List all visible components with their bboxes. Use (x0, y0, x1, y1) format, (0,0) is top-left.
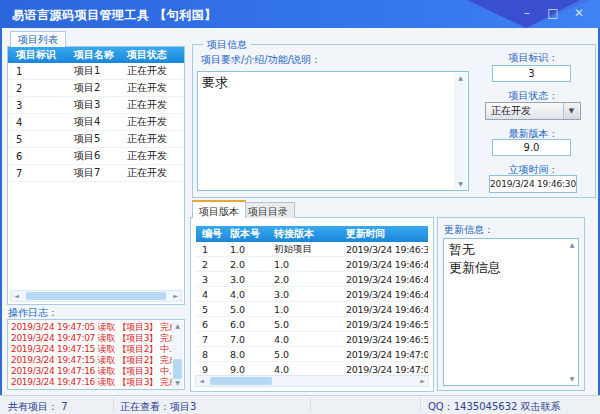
cell: 4 (196, 289, 224, 300)
cell: 1.0 (268, 304, 340, 315)
cell: 2019/3/24 19:47:05 (340, 349, 428, 360)
cell: 9.0 (224, 364, 268, 375)
scroll-right-icon[interactable]: ► (170, 291, 181, 301)
version-row[interactable]: 77.04.02019/3/24 19:46:59 (196, 332, 428, 347)
cell: 2.0 (224, 259, 268, 270)
cell: 项目7 (66, 166, 119, 180)
log-entry[interactable]: 2019/3/24 19:47:16 读取 【项目3】 完成 (11, 377, 170, 388)
close-button[interactable]: ✕ (572, 6, 586, 20)
column-header: 项目状态 (119, 48, 179, 62)
cell: 2019/3/24 19:46:30 (340, 244, 428, 255)
cell: 项目3 (66, 98, 119, 112)
cell: 2019/3/24 19:46:59 (340, 334, 428, 345)
cell: 5.0 (268, 319, 340, 330)
project-table-body: 1项目1正在开发2项目2正在开发3项目3正在开发4项目4正在开发5项目5正在开发… (8, 63, 184, 182)
scroll-up-icon[interactable]: ▲ (454, 73, 467, 83)
operation-log-box[interactable]: 2019/3/24 19:47:05 读取 【项目3】 完成2019/3/24 … (7, 319, 185, 390)
scroll-left-icon[interactable]: ◄ (196, 376, 207, 386)
cell: 2019/3/24 19:46:46 (340, 274, 428, 285)
chevron-down-icon[interactable]: ▼ (563, 103, 579, 119)
column-header: 版本号 (224, 227, 268, 241)
version-row[interactable]: 55.01.02019/3/24 19:46:49 (196, 302, 428, 317)
project-table-header: 项目标识项目名称项目状态 (8, 47, 184, 63)
versions-panel: 编号版本号转接版本更新时间 11.0初始项目2019/3/24 19:46:30… (190, 217, 434, 392)
cell: 3 (8, 100, 66, 111)
cell: 5.0 (268, 349, 340, 360)
scroll-down-icon[interactable]: ▼ (567, 374, 577, 384)
cell: 3.0 (224, 274, 268, 285)
app-window: 易语言源码项目管理工具 【句利国】 – □ ✕ 项目列表 项目标识项目名称项目状… (0, 0, 600, 414)
cell: 正在开发 (119, 166, 179, 180)
log-vscrollbar[interactable]: ▲ ▼ (172, 321, 183, 388)
version-row[interactable]: 11.0初始项目2019/3/24 19:46:30 (196, 242, 428, 257)
update-info-textarea[interactable]: 暂无 更新信息 ▲ ▼ (443, 238, 579, 386)
project-id-field[interactable]: 3 (492, 65, 571, 82)
column-header: 项目标识 (8, 48, 66, 62)
versions-table-body: 11.0初始项目2019/3/24 19:46:3022.01.02019/3/… (196, 242, 428, 377)
cell: 8 (196, 349, 224, 360)
cell: 1.0 (224, 244, 268, 255)
update-info-vscrollbar[interactable]: ▲ ▼ (567, 240, 577, 384)
version-row[interactable]: 44.03.02019/3/24 19:46:47 (196, 287, 428, 302)
cell: 1.0 (268, 259, 340, 270)
latest-version-field[interactable]: 9.0 (492, 139, 571, 156)
cell: 7 (196, 334, 224, 345)
project-row[interactable]: 7项目7正在开发 (8, 165, 184, 182)
cell: 项目4 (66, 115, 119, 129)
project-row[interactable]: 6项目6正在开发 (8, 148, 184, 165)
scroll-left-icon[interactable]: ◄ (11, 291, 22, 301)
status-qq-contact[interactable]: QQ：1435045632 双击联系 (428, 400, 561, 414)
operation-log-label: 操作日志： (8, 306, 58, 320)
scroll-up-icon[interactable]: ▲ (172, 321, 183, 331)
cell: 6 (196, 319, 224, 330)
project-row[interactable]: 3项目3正在开发 (8, 97, 184, 114)
cell: 6.0 (224, 319, 268, 330)
version-row[interactable]: 66.05.02019/3/24 19:46:50 (196, 317, 428, 332)
versions-table: 编号版本号转接版本更新时间 11.0初始项目2019/3/24 19:46:30… (196, 226, 428, 377)
project-row[interactable]: 2项目2正在开发 (8, 80, 184, 97)
project-row[interactable]: 1项目1正在开发 (8, 63, 184, 80)
version-row[interactable]: 33.02.02019/3/24 19:46:46 (196, 272, 428, 287)
cell: 2 (8, 83, 66, 94)
versions-hscrollbar[interactable]: ◄ ► (195, 375, 429, 387)
hscroll-thumb[interactable] (26, 292, 166, 300)
cell: 2 (196, 259, 224, 270)
scroll-right-icon[interactable]: ► (417, 376, 428, 386)
cell: 1 (196, 244, 224, 255)
dropdown-selected-value: 正在开发 (486, 104, 563, 118)
tab-project-versions[interactable]: 项目版本 (192, 200, 246, 218)
scroll-down-icon[interactable]: ▼ (172, 378, 183, 388)
start-date-field[interactable]: 2019/3/24 19:46:30 (489, 175, 577, 193)
scroll-up-icon[interactable]: ▲ (567, 240, 577, 250)
project-table: 项目标识项目名称项目状态 1项目1正在开发2项目2正在开发3项目3正在开发4项目… (8, 47, 184, 182)
cell: 9 (196, 364, 224, 375)
cell: 2019/3/24 19:46:49 (340, 304, 428, 315)
column-header: 转接版本 (268, 227, 340, 241)
project-row[interactable]: 5项目5正在开发 (8, 131, 184, 148)
statusbar-divider (113, 398, 114, 412)
maximize-button[interactable]: □ (546, 6, 560, 20)
description-textarea[interactable]: 要求 ▲ ▼ (197, 71, 469, 191)
project-row[interactable]: 4项目4正在开发 (8, 114, 184, 131)
cell: 4.0 (224, 289, 268, 300)
project-info-group: 项目信息 项目要求/介绍/功能/说明： 要求 ▲ ▼ 项目标识： 3 项目状态：… (192, 44, 596, 198)
scroll-down-icon[interactable]: ▼ (454, 179, 467, 189)
hscroll-thumb[interactable] (210, 377, 272, 385)
cell: 项目6 (66, 149, 119, 163)
description-label: 项目要求/介绍/功能/说明： (201, 53, 321, 67)
vscroll-thumb[interactable] (173, 359, 182, 379)
window-title: 易语言源码项目管理工具 【句利国】 (12, 7, 217, 24)
cell: 项目5 (66, 132, 119, 146)
tab-project-directory[interactable]: 项目目录 (241, 202, 295, 218)
project-table-hscrollbar[interactable]: ◄ ► (10, 290, 182, 302)
tab-project-list[interactable]: 项目列表 (10, 31, 66, 47)
cell: 正在开发 (119, 81, 179, 95)
cell: 5 (8, 134, 66, 145)
version-row[interactable]: 88.05.02019/3/24 19:47:05 (196, 347, 428, 362)
update-info-text: 暂无 更新信息 (449, 241, 501, 277)
description-vscrollbar[interactable]: ▲ ▼ (454, 73, 467, 189)
minimize-button[interactable]: – (520, 6, 534, 20)
column-header: 更新时间 (340, 227, 428, 241)
project-status-dropdown[interactable]: 正在开发 ▼ (485, 102, 581, 120)
version-row[interactable]: 22.01.02019/3/24 19:46:44 (196, 257, 428, 272)
